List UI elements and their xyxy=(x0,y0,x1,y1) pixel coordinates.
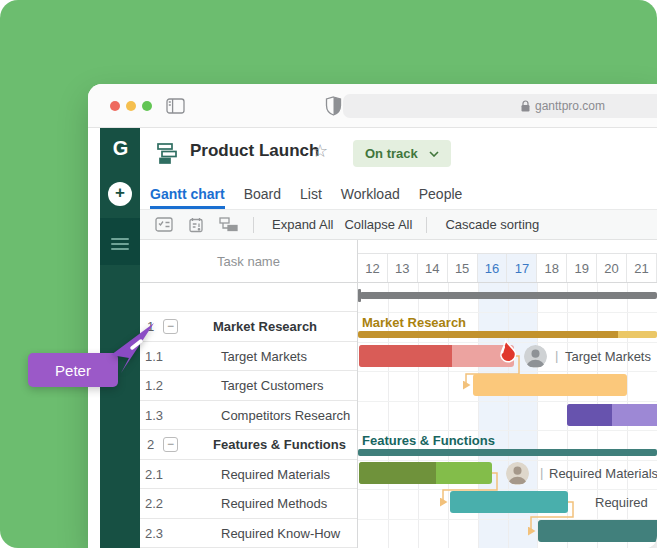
collapse-toggle[interactable]: − xyxy=(163,437,178,452)
lock-icon xyxy=(521,100,530,112)
date-cell: 14 xyxy=(418,254,448,282)
status-text: On track xyxy=(365,146,418,161)
task-table: 1 − Market Research 1.1 Target Markets 1… xyxy=(140,283,358,548)
sidebar-active-item[interactable] xyxy=(100,218,140,265)
ganttpro-app: G + Product Launch ☆ xyxy=(88,128,657,548)
taskbar-required-methods[interactable] xyxy=(450,491,568,513)
table-row[interactable]: 1.2 Target Customers xyxy=(140,371,357,400)
date-cell: 15 xyxy=(448,254,478,282)
table-row[interactable]: 2.1 Required Materials xyxy=(140,460,357,489)
table-row-summary xyxy=(140,283,357,312)
tab-gantt-chart[interactable]: Gantt chart xyxy=(150,180,225,209)
task-checklist-icon[interactable] xyxy=(155,217,173,232)
minimize-window-icon[interactable] xyxy=(126,101,136,111)
task-name[interactable]: Target Customers xyxy=(221,378,324,393)
date-cell: 18 xyxy=(537,254,567,282)
tab-bar: Gantt chart Board List Workload People xyxy=(140,180,657,210)
project-hierarchy-icon xyxy=(156,142,179,169)
favorite-star-icon[interactable]: ☆ xyxy=(312,140,328,162)
task-name[interactable]: Competitors Research xyxy=(221,408,350,423)
privacy-shield-icon[interactable] xyxy=(325,96,342,120)
task-name[interactable]: Required Know-How xyxy=(221,526,340,541)
date-cell: 12 xyxy=(358,254,388,282)
assignee-avatar[interactable] xyxy=(506,462,529,485)
group-bar-label: Market Research xyxy=(362,315,466,330)
taskbar-competitors-research[interactable] xyxy=(567,404,657,426)
table-row[interactable]: 1 − Market Research xyxy=(140,312,357,341)
label-separator: | xyxy=(555,348,558,363)
browser-chrome: ganttpro.com xyxy=(88,84,657,128)
task-number: 2.1 xyxy=(145,467,163,482)
url-text: ganttpro.com xyxy=(535,99,605,113)
page-title: Product Launch xyxy=(190,141,319,161)
ganttpro-logo: G xyxy=(100,137,140,160)
date-cell-weekend: 17 xyxy=(507,254,537,282)
task-number: 2.2 xyxy=(145,496,163,511)
project-header: Product Launch ☆ On track xyxy=(140,128,657,180)
chevron-down-icon xyxy=(429,151,439,157)
gantt-chart-area[interactable]: Market Research xyxy=(358,283,657,548)
notes-alert-icon[interactable] xyxy=(188,217,204,233)
task-name[interactable]: Required Materials xyxy=(221,467,330,482)
task-name[interactable]: Required Methods xyxy=(221,496,327,511)
app-main: Product Launch ☆ On track Gantt chart Bo… xyxy=(140,128,657,548)
timeline-header: 12 13 14 15 16 17 18 19 20 21 xyxy=(358,240,657,282)
gantt-toolbar: Expand All Collapse All Cascade sorting xyxy=(140,210,657,240)
task-name-column-header[interactable]: Task name xyxy=(140,240,358,282)
toolbar-divider xyxy=(426,217,427,233)
date-cell: 21 xyxy=(627,254,657,282)
table-row[interactable]: 1.3 Competitors Research xyxy=(140,401,357,430)
add-project-button[interactable]: + xyxy=(108,182,132,206)
table-row[interactable]: 1.1 Target Markets xyxy=(140,342,357,371)
group-bar-label: Features & Functions xyxy=(362,433,495,448)
address-bar[interactable]: ganttpro.com xyxy=(343,94,657,118)
table-row[interactable]: 2.3 Required Know-How xyxy=(140,519,357,548)
date-cell-weekend: 16 xyxy=(478,254,508,282)
tab-list[interactable]: List xyxy=(300,180,322,209)
task-number: 1.2 xyxy=(145,378,163,393)
bar-label-required-materials: Required Materials xyxy=(549,466,657,481)
assignee-avatar[interactable] xyxy=(524,345,547,368)
taskbar-required-know-how[interactable] xyxy=(538,520,657,542)
group-bar-market-research[interactable] xyxy=(358,331,657,338)
task-number: 2.3 xyxy=(145,526,163,541)
project-status-dropdown[interactable]: On track xyxy=(353,140,451,167)
table-row[interactable]: 2 − Features & Functions xyxy=(140,430,357,459)
menu-icon xyxy=(111,238,129,253)
cascade-sorting-button[interactable]: Cascade sorting xyxy=(445,217,539,232)
bar-label-required-methods: Required xyxy=(595,495,648,510)
date-cell: 13 xyxy=(388,254,418,282)
grid-body: 1 − Market Research 1.1 Target Markets 1… xyxy=(140,283,657,548)
zoom-window-icon[interactable] xyxy=(142,101,152,111)
project-summary-bar[interactable] xyxy=(360,292,657,299)
task-number: 1.3 xyxy=(145,408,163,423)
taskbar-required-materials[interactable] xyxy=(359,462,492,484)
date-cell: 19 xyxy=(567,254,597,282)
screenshot-canvas: ganttpro.com G + xyxy=(0,0,657,548)
collapse-all-button[interactable]: Collapse All xyxy=(344,217,412,232)
collaborator-cursor-icon xyxy=(104,318,160,378)
date-cell: 20 xyxy=(597,254,627,282)
table-row[interactable]: 2.2 Required Methods xyxy=(140,489,357,518)
sidebar-toggle-icon[interactable] xyxy=(166,98,185,118)
traffic-lights xyxy=(110,101,152,111)
task-name[interactable]: Features & Functions xyxy=(213,437,346,452)
tab-board[interactable]: Board xyxy=(244,180,281,209)
tab-people[interactable]: People xyxy=(419,180,463,209)
label-separator: | xyxy=(540,465,543,480)
expand-all-button[interactable]: Expand All xyxy=(272,217,333,232)
timeline-dates-row: 12 13 14 15 16 17 18 19 20 21 xyxy=(358,253,657,282)
tab-workload[interactable]: Workload xyxy=(341,180,400,209)
taskbar-target-customers[interactable] xyxy=(473,374,627,396)
taskbar-target-markets[interactable] xyxy=(359,345,514,367)
task-name[interactable]: Market Research xyxy=(213,319,317,334)
collapse-toggle[interactable]: − xyxy=(163,319,178,334)
close-window-icon[interactable] xyxy=(110,101,120,111)
group-bar-features-functions[interactable] xyxy=(358,449,657,456)
task-name[interactable]: Target Markets xyxy=(221,349,307,364)
toolbar-divider xyxy=(253,217,254,233)
wbs-structure-icon[interactable] xyxy=(219,217,238,232)
browser-window: ganttpro.com G + xyxy=(88,84,657,548)
grid-header: Task name 12 13 14 15 16 17 18 19 20 xyxy=(140,240,657,283)
bar-label-target-markets: Target Markets xyxy=(565,349,651,364)
